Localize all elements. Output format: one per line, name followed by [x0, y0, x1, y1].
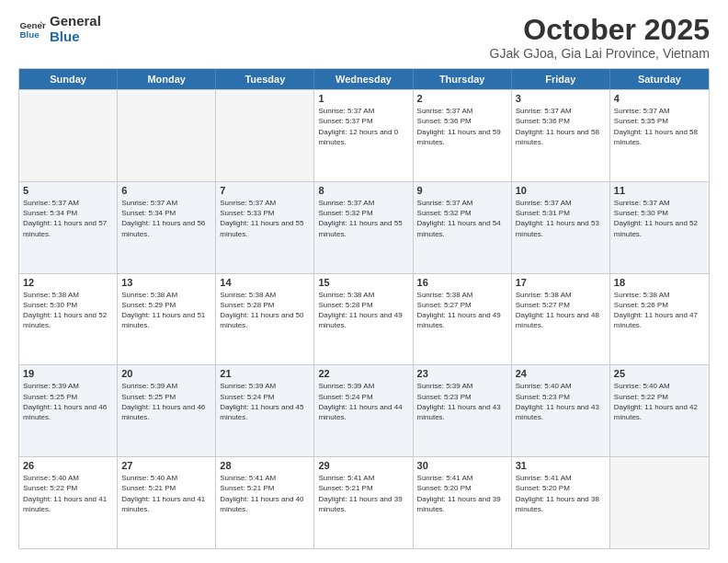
cal-cell-13: 13Sunrise: 5:38 AM Sunset: 5:29 PM Dayli… [118, 274, 216, 365]
cal-cell-30: 30Sunrise: 5:41 AM Sunset: 5:20 PM Dayli… [414, 457, 512, 548]
header-day-friday: Friday [512, 69, 610, 89]
day-info: Sunrise: 5:37 AM Sunset: 5:31 PM Dayligh… [516, 198, 606, 239]
cal-cell-24: 24Sunrise: 5:40 AM Sunset: 5:23 PM Dayli… [512, 365, 610, 456]
day-info: Sunrise: 5:39 AM Sunset: 5:24 PM Dayligh… [220, 381, 310, 422]
cal-cell-5: 5Sunrise: 5:37 AM Sunset: 5:34 PM Daylig… [19, 182, 118, 273]
day-number: 3 [516, 93, 606, 104]
day-number: 6 [121, 185, 211, 196]
day-info: Sunrise: 5:37 AM Sunset: 5:33 PM Dayligh… [220, 198, 310, 239]
day-number: 25 [614, 368, 705, 379]
cal-cell-31: 31Sunrise: 5:41 AM Sunset: 5:20 PM Dayli… [512, 457, 610, 548]
cal-cell-9: 9Sunrise: 5:37 AM Sunset: 5:32 PM Daylig… [414, 182, 512, 273]
cal-cell-6: 6Sunrise: 5:37 AM Sunset: 5:34 PM Daylig… [118, 182, 216, 273]
day-number: 18 [614, 277, 705, 288]
day-info: Sunrise: 5:40 AM Sunset: 5:22 PM Dayligh… [614, 381, 705, 422]
cal-cell-22: 22Sunrise: 5:39 AM Sunset: 5:24 PM Dayli… [314, 365, 413, 456]
subtitle: GJak GJoa, Gia Lai Province, Vietnam [490, 46, 710, 61]
day-info: Sunrise: 5:37 AM Sunset: 5:35 PM Dayligh… [614, 106, 705, 147]
day-info: Sunrise: 5:39 AM Sunset: 5:23 PM Dayligh… [417, 381, 507, 422]
cal-cell-26: 26Sunrise: 5:40 AM Sunset: 5:22 PM Dayli… [19, 457, 118, 548]
day-number: 26 [23, 460, 113, 471]
day-info: Sunrise: 5:37 AM Sunset: 5:36 PM Dayligh… [417, 106, 507, 147]
cal-cell-2: 2Sunrise: 5:37 AM Sunset: 5:36 PM Daylig… [414, 90, 512, 181]
day-info: Sunrise: 5:38 AM Sunset: 5:29 PM Dayligh… [121, 290, 211, 331]
cal-cell-8: 8Sunrise: 5:37 AM Sunset: 5:32 PM Daylig… [314, 182, 413, 273]
header-day-wednesday: Wednesday [314, 69, 413, 89]
day-number: 22 [318, 368, 408, 379]
day-number: 7 [220, 185, 310, 196]
day-info: Sunrise: 5:41 AM Sunset: 5:21 PM Dayligh… [318, 473, 408, 514]
cal-cell-27: 27Sunrise: 5:40 AM Sunset: 5:21 PM Dayli… [118, 457, 216, 548]
cal-cell-25: 25Sunrise: 5:40 AM Sunset: 5:22 PM Dayli… [610, 365, 709, 456]
cal-cell-29: 29Sunrise: 5:41 AM Sunset: 5:21 PM Dayli… [314, 457, 413, 548]
header-day-thursday: Thursday [414, 69, 512, 89]
day-number: 4 [614, 93, 705, 104]
logo-line1: General [50, 14, 101, 29]
logo: General Blue General Blue [18, 14, 101, 44]
day-number: 23 [417, 368, 507, 379]
header-day-monday: Monday [118, 69, 216, 89]
cal-cell-12: 12Sunrise: 5:38 AM Sunset: 5:30 PM Dayli… [19, 274, 118, 365]
day-number: 2 [417, 93, 507, 104]
day-number: 10 [516, 185, 606, 196]
day-number: 12 [23, 277, 113, 288]
page: General Blue General Blue October 2025 G… [0, 0, 728, 563]
logo-icon: General Blue [18, 16, 46, 43]
day-info: Sunrise: 5:40 AM Sunset: 5:21 PM Dayligh… [121, 473, 211, 514]
day-number: 1 [318, 93, 408, 104]
day-info: Sunrise: 5:37 AM Sunset: 5:30 PM Dayligh… [614, 198, 705, 239]
day-number: 31 [516, 460, 606, 471]
cal-cell-17: 17Sunrise: 5:38 AM Sunset: 5:27 PM Dayli… [512, 274, 610, 365]
day-info: Sunrise: 5:38 AM Sunset: 5:27 PM Dayligh… [516, 290, 606, 331]
day-number: 21 [220, 368, 310, 379]
header-day-saturday: Saturday [610, 69, 709, 89]
cal-cell-19: 19Sunrise: 5:39 AM Sunset: 5:25 PM Dayli… [19, 365, 118, 456]
cal-cell-11: 11Sunrise: 5:37 AM Sunset: 5:30 PM Dayli… [610, 182, 709, 273]
calendar-header: SundayMondayTuesdayWednesdayThursdayFrid… [19, 69, 709, 89]
week-row-4: 19Sunrise: 5:39 AM Sunset: 5:25 PM Dayli… [19, 364, 709, 456]
day-number: 30 [417, 460, 507, 471]
day-info: Sunrise: 5:39 AM Sunset: 5:24 PM Dayligh… [318, 381, 408, 422]
header: General Blue General Blue October 2025 G… [18, 14, 710, 61]
day-info: Sunrise: 5:39 AM Sunset: 5:25 PM Dayligh… [23, 381, 113, 422]
cal-cell-28: 28Sunrise: 5:41 AM Sunset: 5:21 PM Dayli… [216, 457, 314, 548]
day-info: Sunrise: 5:40 AM Sunset: 5:23 PM Dayligh… [516, 381, 606, 422]
cal-cell-10: 10Sunrise: 5:37 AM Sunset: 5:31 PM Dayli… [512, 182, 610, 273]
calendar: SundayMondayTuesdayWednesdayThursdayFrid… [18, 68, 710, 549]
logo-line2: Blue [50, 29, 101, 45]
day-info: Sunrise: 5:41 AM Sunset: 5:20 PM Dayligh… [516, 473, 606, 514]
cal-cell-empty-1 [118, 90, 216, 181]
cal-cell-18: 18Sunrise: 5:38 AM Sunset: 5:26 PM Dayli… [610, 274, 709, 365]
day-number: 24 [516, 368, 606, 379]
day-info: Sunrise: 5:41 AM Sunset: 5:20 PM Dayligh… [417, 473, 507, 514]
cal-cell-empty-6 [610, 457, 709, 548]
cal-cell-3: 3Sunrise: 5:37 AM Sunset: 5:36 PM Daylig… [512, 90, 610, 181]
day-info: Sunrise: 5:38 AM Sunset: 5:28 PM Dayligh… [318, 290, 408, 331]
svg-text:Blue: Blue [20, 29, 40, 40]
day-info: Sunrise: 5:39 AM Sunset: 5:25 PM Dayligh… [121, 381, 211, 422]
month-title: October 2025 [490, 14, 710, 46]
day-info: Sunrise: 5:37 AM Sunset: 5:34 PM Dayligh… [23, 198, 113, 239]
day-info: Sunrise: 5:38 AM Sunset: 5:28 PM Dayligh… [220, 290, 310, 331]
cal-cell-16: 16Sunrise: 5:38 AM Sunset: 5:27 PM Dayli… [414, 274, 512, 365]
svg-text:General: General [20, 19, 47, 29]
cal-cell-7: 7Sunrise: 5:37 AM Sunset: 5:33 PM Daylig… [216, 182, 314, 273]
day-number: 17 [516, 277, 606, 288]
day-info: Sunrise: 5:37 AM Sunset: 5:36 PM Dayligh… [516, 106, 606, 147]
day-info: Sunrise: 5:40 AM Sunset: 5:22 PM Dayligh… [23, 473, 113, 514]
day-info: Sunrise: 5:38 AM Sunset: 5:30 PM Dayligh… [23, 290, 113, 331]
cal-cell-1: 1Sunrise: 5:37 AM Sunset: 5:37 PM Daylig… [314, 90, 413, 181]
calendar-body: 1Sunrise: 5:37 AM Sunset: 5:37 PM Daylig… [19, 89, 709, 548]
day-number: 29 [318, 460, 408, 471]
day-number: 19 [23, 368, 113, 379]
week-row-2: 5Sunrise: 5:37 AM Sunset: 5:34 PM Daylig… [19, 181, 709, 273]
header-day-sunday: Sunday [19, 69, 118, 89]
day-number: 8 [318, 185, 408, 196]
day-info: Sunrise: 5:37 AM Sunset: 5:32 PM Dayligh… [417, 198, 507, 239]
week-row-5: 26Sunrise: 5:40 AM Sunset: 5:22 PM Dayli… [19, 456, 709, 548]
cal-cell-14: 14Sunrise: 5:38 AM Sunset: 5:28 PM Dayli… [216, 274, 314, 365]
day-info: Sunrise: 5:38 AM Sunset: 5:26 PM Dayligh… [614, 290, 705, 331]
day-number: 13 [121, 277, 211, 288]
week-row-3: 12Sunrise: 5:38 AM Sunset: 5:30 PM Dayli… [19, 273, 709, 365]
day-number: 28 [220, 460, 310, 471]
